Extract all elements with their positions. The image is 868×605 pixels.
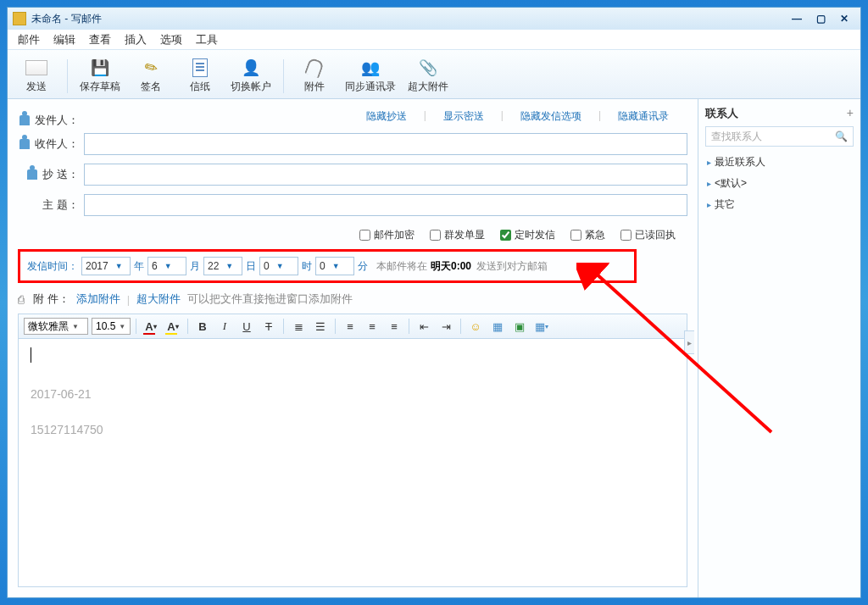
show-bcc-link[interactable]: 显示密送 [437,109,491,124]
bold-button[interactable]: B [193,318,212,335]
from-label: 发件人： [35,113,79,128]
to-label: 收件人： [35,136,79,152]
cc-input[interactable] [84,164,687,186]
body-line-1: 2017-06-21 [31,387,675,401]
pen-icon: ✎ [136,53,166,82]
close-button[interactable]: ✕ [833,12,855,25]
month-select[interactable]: 6▼ [147,257,186,275]
to-input[interactable] [84,133,687,155]
screenshot-button[interactable]: ▣ [510,318,529,335]
size-select[interactable]: 10.5▼ [92,318,131,335]
compose-area: 发件人： 隐藏抄送 | 显示密送 | 隐藏发信选项 | 隐藏通讯录 收件 [8,99,698,597]
emoji-button[interactable]: ☺ [466,318,485,335]
receipt-checkbox[interactable]: 已读回执 [620,228,676,242]
editor-body[interactable]: 2017-06-21 15127114750 [18,339,687,587]
main-toolbar: 发送 💾保存草稿 ✎签名 信纸 👤切换帐户 附件 👥同步通讯录 📎超大附件 [8,50,860,99]
collapse-tab[interactable]: ▸ [684,330,694,354]
envelope-icon [25,60,47,75]
subject-input[interactable] [84,194,687,216]
header-links: 隐藏抄送 | 显示密送 | 隐藏发信选项 | 隐藏通讯录 [79,109,687,124]
contacts-group-recent[interactable]: 最近联系人 [705,152,854,173]
urgent-checkbox[interactable]: 紧急 [570,228,605,242]
attachment-button[interactable]: 附件 [296,58,333,94]
menu-mail[interactable]: 邮件 [18,32,40,47]
sync-icon: 👥 [359,58,381,78]
menubar: 邮件 编辑 查看 插入 选项 工具 [8,30,860,50]
cc-label: 抄 送： [42,167,79,182]
switch-account-button[interactable]: 👤切换帐户 [231,58,271,94]
minimize-button[interactable]: — [786,12,808,25]
contacts-title: 联系人 [705,106,738,121]
save-draft-button[interactable]: 💾保存草稿 [80,58,120,94]
signature-button[interactable]: ✎签名 [132,58,170,94]
person-icon [19,115,30,125]
stationery-button[interactable]: 信纸 [181,58,219,94]
menu-edit[interactable]: 编辑 [53,32,75,47]
menu-tools[interactable]: 工具 [196,32,218,47]
big-attachment-link[interactable]: 超大附件 [136,291,181,307]
highlight-button[interactable]: A▾ [164,318,182,335]
year-select[interactable]: 2017▼ [81,257,131,275]
indent-right-button[interactable]: ⇥ [437,318,455,335]
schedule-label: 发信时间： [27,259,78,274]
subject-label: 主 题： [42,197,79,213]
list-ol-button[interactable]: ≣ [289,318,308,335]
schedule-row: 发信时间： 2017▼ 年 6▼ 月 22▼ 日 0▼ 时 0▼ 分 本邮件将在… [18,249,637,283]
day-select[interactable]: 22▼ [203,257,242,275]
scheduled-checkbox[interactable]: 定时发信 [500,228,555,242]
switch-icon: 👤 [240,58,262,78]
person-icon [27,169,37,180]
menu-options[interactable]: 选项 [160,32,182,47]
save-icon: 💾 [89,58,111,78]
hour-select[interactable]: 0▼ [259,257,298,275]
strike-button[interactable]: T [259,318,278,335]
image-button[interactable]: ▦ [488,318,507,335]
hide-cc-link[interactable]: 隐藏抄送 [359,109,414,124]
underline-button[interactable]: U [237,318,256,335]
hide-send-opts-link[interactable]: 隐藏发信选项 [514,109,588,124]
contacts-search[interactable]: 查找联系人 🔍 [705,126,854,147]
editor-toolbar: 微软雅黑▼ 10.5▼ A▾ A▾ B I U T ≣ ☰ ≡ ≡ ≡ ⇤ ⇥ [18,314,687,339]
add-contact-button[interactable]: + [847,106,854,121]
menu-insert[interactable]: 插入 [125,32,147,47]
list-ul-button[interactable]: ☰ [311,318,330,335]
body-line-2: 15127114750 [31,423,675,436]
window-title: 未命名 - 写邮件 [31,12,786,26]
maximize-button[interactable]: ▢ [810,12,832,25]
align-right-button[interactable]: ≡ [385,318,403,335]
align-left-button[interactable]: ≡ [341,318,359,335]
indent-left-button[interactable]: ⇤ [415,318,433,335]
hide-contacts-link[interactable]: 隐藏通讯录 [611,109,676,124]
contacts-group-other[interactable]: 其它 [705,194,854,215]
add-attachment-link[interactable]: 添加附件 [76,291,120,307]
app-icon [13,12,26,25]
contacts-group-default[interactable]: <默认> [705,173,854,194]
search-icon: 🔍 [835,130,848,142]
titlebar: 未命名 - 写邮件 — ▢ ✕ [8,8,860,30]
sync-contacts-button[interactable]: 👥同步通讯录 [345,58,396,94]
encrypt-checkbox[interactable]: 邮件加密 [359,228,415,242]
table-button[interactable]: ▦▾ [532,318,551,335]
big-attachment-button[interactable]: 📎超大附件 [408,58,448,94]
font-color-button[interactable]: A▾ [142,318,160,335]
minute-select[interactable]: 0▼ [315,257,354,275]
attach-label: 附 件： [33,291,70,307]
send-button[interactable]: 发送 [18,58,55,94]
menu-view[interactable]: 查看 [89,32,111,47]
person-icon [19,139,30,149]
italic-button[interactable]: I [215,318,234,335]
big-attach-icon: 📎 [417,58,439,78]
mass-checkbox[interactable]: 群发单显 [430,228,485,242]
attach-hint: 可以把文件直接拖进窗口添加附件 [187,291,353,307]
attach-row: ⎙ 附 件： 添加附件 | 超大附件 可以把文件直接拖进窗口添加附件 [18,288,687,314]
paperclip-icon [303,58,326,78]
paperclip-icon: ⎙ [18,293,25,306]
align-center-button[interactable]: ≡ [363,318,381,335]
font-select[interactable]: 微软雅黑▼ [24,318,88,335]
paper-icon [189,58,211,78]
contacts-panel: 联系人 + 查找联系人 🔍 最近联系人 <默认> 其它 [698,99,860,597]
